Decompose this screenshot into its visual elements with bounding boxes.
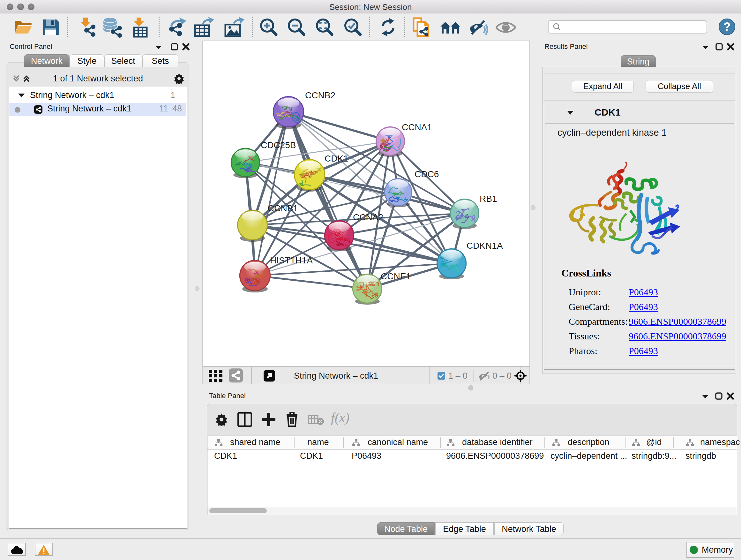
svg-text:HIST1H1A: HIST1H1A bbox=[270, 255, 313, 265]
svg-text:CCNA2: CCNA2 bbox=[353, 212, 383, 222]
svg-text:CCNE1: CCNE1 bbox=[381, 271, 411, 281]
svg-text:?: ? bbox=[724, 20, 731, 33]
svg-text:CDC25B: CDC25B bbox=[261, 140, 296, 150]
svg-text:CDKN1A: CDKN1A bbox=[467, 241, 503, 251]
svg-text:RB1: RB1 bbox=[480, 194, 497, 204]
svg-text:CCNB1: CCNB1 bbox=[268, 203, 298, 213]
svg-text:CCNB2: CCNB2 bbox=[305, 90, 335, 100]
svg-text:CDK1: CDK1 bbox=[325, 153, 348, 164]
svg-text:CCNA1: CCNA1 bbox=[402, 122, 432, 132]
svg-text:CDC6: CDC6 bbox=[414, 169, 439, 179]
